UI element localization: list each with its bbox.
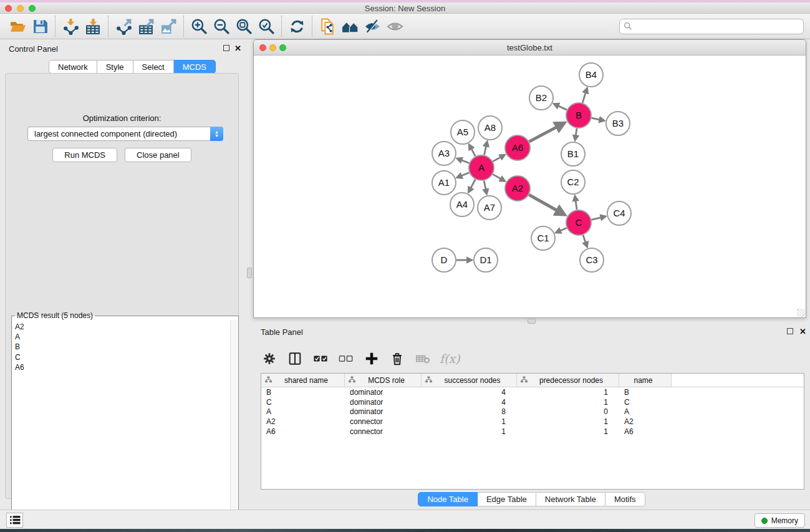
tab-edge-table[interactable]: Edge Table xyxy=(478,492,536,506)
add-column-icon[interactable] xyxy=(363,350,380,367)
run-mcds-button[interactable]: Run MCDS xyxy=(52,148,117,162)
graph-node-C[interactable]: C xyxy=(566,210,591,235)
tab-motifs[interactable]: Motifs xyxy=(605,492,645,506)
result-item[interactable]: B xyxy=(15,342,24,352)
result-item[interactable]: A2 xyxy=(15,322,24,332)
result-scrollbar[interactable] xyxy=(230,320,238,520)
refresh-icon[interactable] xyxy=(286,16,308,37)
result-item[interactable]: A6 xyxy=(15,362,24,372)
tab-style[interactable]: Style xyxy=(97,60,133,74)
tab-mcds[interactable]: MCDS xyxy=(174,60,216,74)
graph-edge-C-C1[interactable] xyxy=(556,228,567,232)
graph-node-B[interactable]: B xyxy=(566,103,591,128)
graph-node-A1[interactable]: A1 xyxy=(432,171,456,195)
column-layout-icon[interactable] xyxy=(286,350,304,367)
graph-edge-A-A1[interactable] xyxy=(457,173,469,178)
import-network-icon[interactable] xyxy=(59,16,82,37)
open-session-icon[interactable] xyxy=(6,16,29,37)
export-network-icon[interactable] xyxy=(112,16,135,37)
table-row[interactable]: Adominator80A xyxy=(261,407,804,417)
graph-node-A[interactable]: A xyxy=(469,155,494,180)
graph-node-C4[interactable]: C4 xyxy=(607,201,631,225)
table-row[interactable]: A2connector11A2 xyxy=(261,417,804,427)
graph-node-D1[interactable]: D1 xyxy=(474,248,498,272)
task-history-button[interactable] xyxy=(6,513,23,528)
delete-table-icon[interactable] xyxy=(414,350,432,367)
graph-node-A3[interactable]: A3 xyxy=(432,142,456,165)
cybrowser-icon[interactable] xyxy=(339,16,361,37)
hide-all-columns-icon[interactable] xyxy=(337,350,355,367)
graph-edge-A2-C[interactable] xyxy=(529,195,564,215)
vertical-splitter-handle[interactable] xyxy=(247,268,252,278)
show-all-columns-icon[interactable] xyxy=(312,350,329,367)
graph-node-D[interactable]: D xyxy=(432,248,456,272)
graph-node-C2[interactable]: C2 xyxy=(561,170,585,194)
graph-node-B1[interactable]: B1 xyxy=(561,142,585,166)
zoom-in-icon[interactable] xyxy=(188,16,210,37)
graph-edge-B-B1[interactable] xyxy=(575,128,577,140)
tab-select[interactable]: Select xyxy=(133,60,174,74)
float-panel-icon[interactable] xyxy=(223,45,231,52)
close-table-panel-icon[interactable]: ✕ xyxy=(799,328,807,336)
graph-node-A8[interactable]: A8 xyxy=(478,116,502,140)
column-header-name[interactable]: name xyxy=(619,374,672,387)
graph-node-B2[interactable]: B2 xyxy=(529,86,553,110)
graph-edge-A-A6[interactable] xyxy=(493,155,504,162)
graph-edge-A-A3[interactable] xyxy=(457,158,469,163)
export-image-icon[interactable] xyxy=(157,16,180,37)
preview-icon[interactable] xyxy=(383,16,406,37)
graph-node-A7[interactable]: A7 xyxy=(478,196,501,220)
graph-edge-A-A4[interactable] xyxy=(469,180,476,192)
table-row[interactable]: Cdominator41C xyxy=(261,397,804,407)
close-panel-icon[interactable]: ✕ xyxy=(234,45,242,52)
column-header-shared-name[interactable]: shared name xyxy=(261,374,345,387)
network-window-titlebar[interactable]: testGlobe.txt xyxy=(254,40,806,56)
graph-node-B3[interactable]: B3 xyxy=(606,112,630,135)
column-header-predecessor-nodes[interactable]: predecessor nodes xyxy=(517,374,619,387)
save-session-icon[interactable] xyxy=(29,16,51,37)
tab-network[interactable]: Network xyxy=(49,60,97,74)
float-table-panel-icon[interactable] xyxy=(787,328,794,336)
table-row[interactable]: A6connector11A6 xyxy=(261,427,804,437)
export-table-icon[interactable] xyxy=(135,16,157,37)
graph-edge-B-B4[interactable] xyxy=(582,89,587,103)
result-item[interactable]: C xyxy=(15,352,24,362)
import-table-icon[interactable] xyxy=(82,16,104,37)
window-resize-grip[interactable] xyxy=(797,309,805,317)
clone-network-icon[interactable] xyxy=(316,16,339,37)
graph-edge-B-B2[interactable] xyxy=(554,104,567,110)
zoom-selected-icon[interactable] xyxy=(255,16,277,37)
zoom-fit-icon[interactable] xyxy=(233,16,255,37)
graph-node-A4[interactable]: A4 xyxy=(450,193,474,216)
graph-edge-A6-B[interactable] xyxy=(529,123,564,142)
graph-edge-A-A5[interactable] xyxy=(470,145,476,156)
graph-edge-A-A8[interactable] xyxy=(484,142,487,155)
graph-node-C3[interactable]: C3 xyxy=(580,248,604,272)
tab-node-table[interactable]: Node Table xyxy=(418,492,478,506)
criterion-select[interactable]: largest connected component (directed) ▲… xyxy=(27,127,223,141)
graph-edge-C-C3[interactable] xyxy=(583,235,587,247)
function-builder-icon[interactable]: f(x) xyxy=(440,352,460,365)
search-input[interactable] xyxy=(619,19,804,34)
result-item[interactable]: A xyxy=(15,332,24,342)
graph-node-A2[interactable]: A2 xyxy=(505,176,530,201)
table-row[interactable]: Bdominator41B xyxy=(261,387,804,397)
network-canvas[interactable]: AA1A2A3A4A5A6A7A8BB1B2B3B4CC1C2C3C4DD1 xyxy=(254,56,806,317)
graph-edge-A-A2[interactable] xyxy=(493,174,504,181)
graph-edge-A-A7[interactable] xyxy=(484,181,486,194)
graph-edge-B-B3[interactable] xyxy=(592,118,604,120)
settings-gear-icon[interactable] xyxy=(261,350,278,367)
graph-node-B4[interactable]: B4 xyxy=(579,63,603,87)
show-hide-icon[interactable] xyxy=(361,16,383,37)
memory-button[interactable]: Memory xyxy=(755,513,805,528)
column-header-successor-nodes[interactable]: successor nodes xyxy=(422,374,517,387)
close-panel-button[interactable]: Close panel xyxy=(125,148,191,162)
graph-edge-C-C2[interactable] xyxy=(575,196,577,210)
tab-network-table[interactable]: Network Table xyxy=(536,492,605,506)
graph-node-C1[interactable]: C1 xyxy=(531,226,555,250)
graph-edge-C-C4[interactable] xyxy=(591,216,605,220)
graph-node-A5[interactable]: A5 xyxy=(451,120,475,144)
delete-column-icon[interactable] xyxy=(388,350,406,367)
column-header-MCDS-role[interactable]: MCDS role xyxy=(345,374,422,387)
graph-node-A6[interactable]: A6 xyxy=(505,135,530,160)
